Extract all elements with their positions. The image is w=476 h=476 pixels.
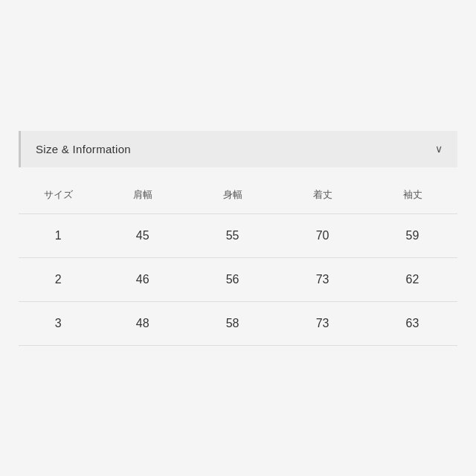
cell-shoulder: 48 (97, 301, 187, 345)
table-row: 348587363 (19, 301, 457, 345)
cell-body: 58 (187, 301, 277, 345)
cell-size: 3 (19, 301, 97, 345)
cell-length: 73 (277, 301, 367, 345)
cell-size: 2 (19, 257, 97, 301)
cell-length: 70 (277, 213, 367, 257)
table-row: 145557059 (19, 213, 457, 257)
cell-body: 55 (187, 213, 277, 257)
cell-sleeve: 62 (367, 257, 457, 301)
section-title: Size & Information (36, 143, 131, 155)
section-header[interactable]: Size & Information ∨ (19, 131, 457, 167)
header-body: 身幅 (187, 179, 277, 214)
cell-shoulder: 46 (97, 257, 187, 301)
header-size: サイズ (19, 179, 97, 214)
cell-size: 1 (19, 213, 97, 257)
cell-shoulder: 45 (97, 213, 187, 257)
cell-body: 56 (187, 257, 277, 301)
table-header-row: サイズ 肩幅 身幅 着丈 袖丈 (19, 179, 457, 214)
table-row: 246567362 (19, 257, 457, 301)
header-length: 着丈 (277, 179, 367, 214)
header-sleeve: 袖丈 (367, 179, 457, 214)
cell-length: 73 (277, 257, 367, 301)
chevron-down-icon: ∨ (435, 143, 443, 155)
size-table: サイズ 肩幅 身幅 着丈 袖丈 145557059246567362348587… (19, 179, 457, 346)
cell-sleeve: 63 (367, 301, 457, 345)
header-shoulder: 肩幅 (97, 179, 187, 214)
main-container: Size & Information ∨ サイズ 肩幅 身幅 着丈 袖丈 145… (19, 131, 457, 346)
cell-sleeve: 59 (367, 213, 457, 257)
